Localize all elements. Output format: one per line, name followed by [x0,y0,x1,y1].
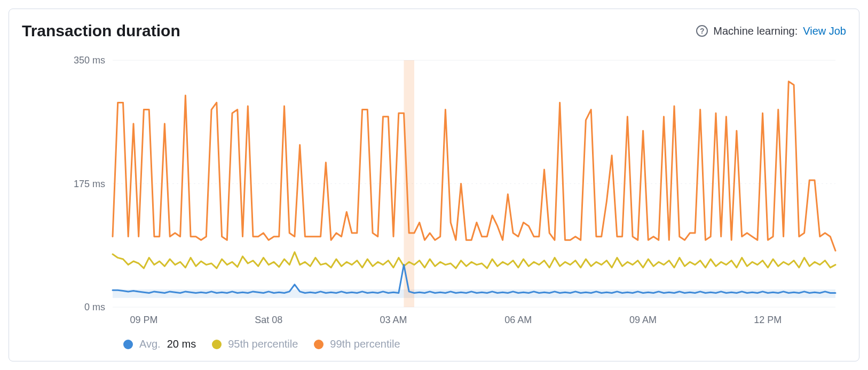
svg-text:350 ms: 350 ms [74,55,105,66]
svg-text:09 PM: 09 PM [130,315,157,325]
legend-item-p95[interactable]: 95th percentile [212,338,298,350]
svg-text:03 AM: 03 AM [380,315,407,325]
legend-dot-p99 [314,340,323,349]
legend-label-p95: 95th percentile [228,338,298,350]
anomaly-confidence-band [113,289,835,298]
legend-item-avg[interactable]: Avg. 20 ms [123,338,196,350]
transaction-duration-panel: Transaction duration ? Machine learning:… [9,9,859,361]
panel-title: Transaction duration [22,22,180,40]
svg-text:12 PM: 12 PM [754,315,782,325]
ml-label: Machine learning: [713,25,798,37]
svg-text:0 ms: 0 ms [84,302,105,312]
legend-item-p99[interactable]: 99th percentile [314,338,400,350]
svg-text:06 AM: 06 AM [504,315,532,325]
series-95th-percentile [113,252,835,268]
legend-dot-p95 [212,340,222,349]
chart-area[interactable]: 0 ms175 ms350 ms09 PMSat 0803 AM06 AM09 … [22,44,846,334]
svg-text:09 AM: 09 AM [629,315,657,325]
machine-learning-block: ? Machine learning: View Job [696,25,846,37]
help-icon[interactable]: ? [696,25,708,37]
legend: Avg. 20 ms 95th percentile 99th percenti… [22,334,846,352]
legend-value-avg: 20 ms [167,338,196,350]
legend-label-p99: 99th percentile [330,338,400,350]
legend-label-avg: Avg. [139,338,161,350]
panel-header: Transaction duration ? Machine learning:… [22,22,846,40]
chart-svg: 0 ms175 ms350 ms09 PMSat 0803 AM06 AM09 … [22,44,846,334]
view-job-link[interactable]: View Job [803,25,846,37]
legend-dot-avg [123,340,133,349]
svg-text:Sat 08: Sat 08 [255,315,282,325]
series-avg- [113,265,835,293]
svg-text:175 ms: 175 ms [74,179,105,189]
series-99th-percentile [113,82,835,251]
